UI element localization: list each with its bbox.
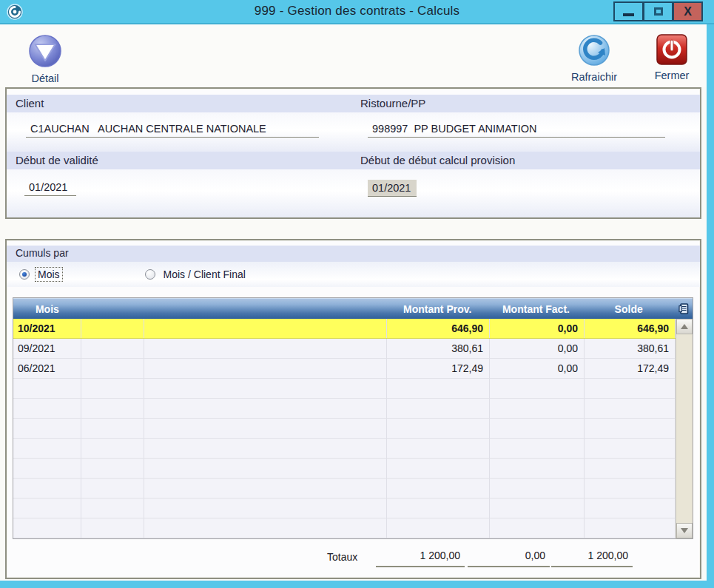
column-header-solde[interactable]: Solde: [583, 299, 674, 319]
table-header: MoisMontant Prov.Montant Fact.Solde: [13, 298, 693, 319]
cumuls-header: Cumuls par: [7, 246, 700, 262]
cell-montant-fact: [490, 439, 585, 458]
close-icon: X: [684, 5, 692, 18]
cell-montant-prov: [387, 479, 490, 498]
cell-mois: [13, 518, 81, 538]
cell-solde: [585, 518, 676, 538]
cell-col2: [144, 419, 387, 438]
ristourne-label: Ristourne/PP: [360, 97, 425, 109]
cell-col2: [144, 319, 387, 338]
column-header-montant-fact[interactable]: Montant Fact.: [489, 299, 584, 319]
table-row-empty: [13, 379, 676, 399]
cell-mois: 06/2021: [13, 359, 81, 378]
cell-montant-prov: [387, 459, 490, 478]
refresh-button[interactable]: Rafraichir: [560, 33, 628, 83]
cumuls-radio-group: MoisMois / Client Final: [7, 262, 700, 287]
column-header-empty[interactable]: [144, 299, 386, 319]
cell-mois: [13, 399, 81, 418]
cell-mois: [13, 479, 81, 498]
radio-circle-icon[interactable]: [19, 269, 30, 280]
minimize-button[interactable]: [613, 1, 644, 21]
table-row-empty: [13, 479, 676, 499]
cell-montant-fact: 0,00: [490, 339, 585, 358]
total-montant-prov: 1 200,00: [376, 548, 465, 567]
maximize-button[interactable]: [643, 1, 673, 21]
cell-col2: [144, 359, 387, 378]
cell-col1: [81, 459, 144, 478]
total-montant-fact: 0,00: [468, 548, 550, 567]
table-row-10-2021[interactable]: 10/2021646,900,00646,90: [13, 319, 676, 339]
toolbar: Détail Rafraichir: [0, 24, 707, 87]
window-controls: X: [614, 1, 703, 21]
table-body: 10/2021646,900,00646,9009/2021380,610,00…: [13, 319, 693, 538]
cell-col2: [144, 339, 387, 358]
fermer-button[interactable]: Fermer: [645, 33, 698, 81]
cell-col1: [81, 518, 144, 538]
form-field-row-1: C1AUCHAN AUCHAN CENTRALE NATIONALE 99899…: [7, 112, 700, 152]
cell-montant-fact: [490, 518, 585, 538]
titlebar: 999 - Gestion des contrats - Calculs X: [0, 0, 714, 24]
cell-col1: [81, 359, 144, 378]
cell-col1: [81, 479, 144, 498]
cell-solde: [585, 459, 676, 478]
cell-montant-prov: 646,90: [387, 319, 490, 338]
radio-circle-icon[interactable]: [145, 269, 155, 280]
column-header-mois[interactable]: Mois: [13, 299, 81, 319]
cell-col1: [81, 339, 144, 358]
column-header-empty[interactable]: [81, 299, 144, 319]
power-icon: [656, 33, 688, 69]
table-row-06-2021[interactable]: 06/2021172,490,00172,49: [13, 359, 676, 379]
form-field-row-2: 01/2021 01/2021: [7, 169, 700, 217]
detail-button[interactable]: Détail: [16, 33, 74, 84]
cell-mois: [13, 459, 81, 478]
table-rows: 10/2021646,900,00646,9009/2021380,610,00…: [13, 319, 676, 538]
table-row-09-2021[interactable]: 09/2021380,610,00380,61: [13, 339, 676, 359]
validite-label: Début de validité: [16, 154, 98, 166]
vertical-scrollbar[interactable]: [676, 319, 693, 538]
scroll-up-button[interactable]: [676, 319, 693, 334]
cell-montant-fact: [490, 499, 585, 518]
cell-mois: 09/2021: [13, 339, 81, 358]
minimize-icon: [623, 13, 634, 16]
table-row-empty: [13, 399, 676, 419]
cell-col1: [81, 379, 144, 398]
window-content: Détail Rafraichir: [0, 24, 707, 581]
cell-montant-prov: [387, 518, 490, 538]
cell-col2: [144, 439, 387, 458]
cell-mois: [13, 439, 81, 458]
cumuls-panel: Cumuls par MoisMois / Client Final MoisM…: [5, 239, 701, 579]
arrow-up-icon: [681, 324, 688, 329]
fermer-label: Fermer: [655, 70, 690, 81]
total-solde: 1 200,00: [551, 548, 633, 567]
form-label-row-2: Début de validité Début de début calcul …: [7, 152, 700, 169]
cell-solde: [585, 399, 676, 418]
ristourne-field[interactable]: 998997 PP BUDGET ANIMATION: [368, 123, 665, 138]
cumuls-label: Cumuls par: [16, 247, 69, 259]
radio-option-mois[interactable]: Mois: [19, 268, 62, 281]
cell-col2: [144, 459, 387, 478]
cell-mois: [13, 499, 81, 518]
cell-col2: [144, 399, 387, 418]
refresh-label: Rafraichir: [571, 71, 617, 83]
radio-label: Mois: [36, 268, 62, 281]
radio-option-mois-client-final[interactable]: Mois / Client Final: [145, 268, 248, 281]
results-table: MoisMontant Prov.Montant Fact.Solde 10/2…: [13, 297, 693, 539]
close-button[interactable]: X: [673, 1, 703, 21]
cell-solde: [585, 479, 676, 498]
validite-field[interactable]: 01/2021: [24, 181, 76, 196]
cell-col1: [81, 319, 144, 338]
cell-montant-prov: [387, 439, 490, 458]
cell-montant-fact: 0,00: [490, 359, 585, 378]
cell-montant-fact: [490, 419, 585, 438]
radio-label: Mois / Client Final: [161, 268, 248, 281]
table-options-icon[interactable]: [674, 299, 693, 319]
provision-field[interactable]: 01/2021: [368, 180, 417, 197]
cell-mois: [13, 379, 81, 398]
cell-solde: [585, 439, 676, 458]
detail-icon: [27, 33, 63, 72]
cell-solde: [585, 419, 676, 438]
column-header-montant-prov[interactable]: Montant Prov.: [386, 299, 489, 319]
client-field[interactable]: C1AUCHAN AUCHAN CENTRALE NATIONALE: [26, 123, 319, 138]
cell-montant-prov: 172,49: [387, 359, 490, 378]
scroll-down-button[interactable]: [676, 523, 693, 538]
